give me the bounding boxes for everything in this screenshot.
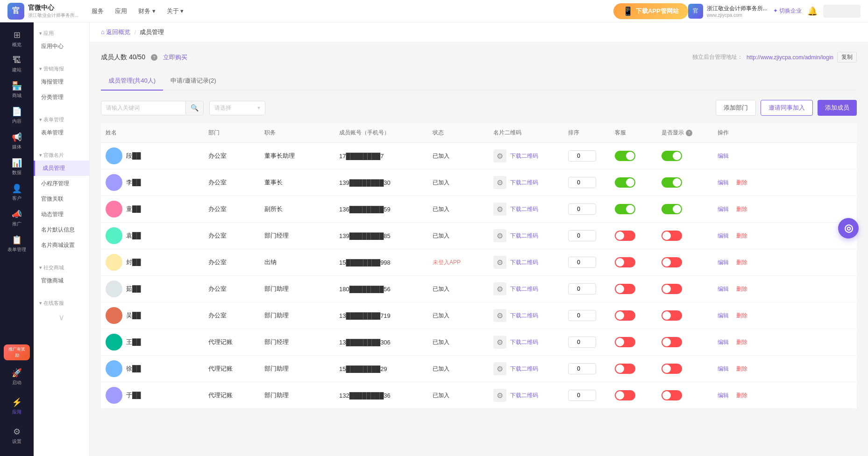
download-qr-link[interactable]: 下载二维码 bbox=[510, 232, 538, 240]
count-help-icon[interactable]: ? bbox=[151, 54, 157, 61]
download-qr-link[interactable]: 下载二维码 bbox=[510, 312, 538, 320]
sidebar-item-customer[interactable]: 👤 客户 bbox=[0, 180, 34, 205]
rank-input[interactable] bbox=[568, 150, 596, 161]
download-qr-link[interactable]: 下载二维码 bbox=[510, 259, 538, 267]
display-toggle[interactable] bbox=[662, 257, 682, 267]
download-qr-link[interactable]: 下载二维码 bbox=[510, 205, 538, 213]
sidebar-item-content[interactable]: 📄 内容 bbox=[0, 103, 34, 128]
sidebar-item-card-shop[interactable]: 名片商城设置 bbox=[34, 238, 89, 253]
sidebar-item-miniprogram[interactable]: 小程序管理 bbox=[34, 176, 89, 191]
edit-button[interactable]: 编辑 bbox=[718, 312, 729, 320]
rank-input[interactable] bbox=[568, 310, 596, 321]
rank-input[interactable] bbox=[568, 337, 596, 348]
download-qr-link[interactable]: 下载二维码 bbox=[510, 285, 538, 293]
section-forms-title[interactable]: ▾ 表单管理 bbox=[34, 112, 89, 125]
rank-input[interactable] bbox=[568, 230, 596, 241]
sidebar-item-media[interactable]: 📢 媒体 bbox=[0, 128, 34, 154]
customer-service-toggle[interactable] bbox=[615, 231, 635, 241]
download-qr-link[interactable]: 下载二维码 bbox=[510, 392, 538, 400]
download-qr-link[interactable]: 下载二维码 bbox=[510, 179, 538, 187]
display-toggle[interactable] bbox=[662, 177, 682, 188]
menu-item-apps[interactable]: 应用 bbox=[115, 7, 127, 15]
display-toggle[interactable] bbox=[662, 390, 682, 400]
customer-service-toggle[interactable] bbox=[615, 310, 635, 321]
breadcrumb-home[interactable]: ⌂ 返回概览 bbox=[101, 28, 130, 36]
edit-button[interactable]: 编辑 bbox=[718, 285, 729, 293]
sidebar-item-forms[interactable]: 📋 表单管理 bbox=[0, 231, 34, 257]
delete-button[interactable]: 删除 bbox=[736, 179, 747, 187]
edit-button[interactable]: 编辑 bbox=[718, 259, 729, 267]
section-social-shop-title[interactable]: ▾ 社交商城 bbox=[34, 260, 89, 273]
dept-select[interactable]: 请选择 ▾ bbox=[209, 101, 265, 115]
customer-service-toggle[interactable] bbox=[615, 284, 635, 294]
display-help-icon[interactable]: ? bbox=[686, 130, 692, 136]
display-toggle[interactable] bbox=[662, 310, 682, 321]
sidebar-item-form-manage[interactable]: 表单管理 bbox=[34, 125, 89, 140]
delete-button[interactable]: 删除 bbox=[736, 285, 747, 293]
sidebar-item-dynamic[interactable]: 动态管理 bbox=[34, 207, 89, 222]
rank-input[interactable] bbox=[568, 283, 596, 295]
download-qr-link[interactable]: 下载二维码 bbox=[510, 338, 538, 346]
delete-button[interactable]: 删除 bbox=[736, 338, 747, 346]
rank-input[interactable] bbox=[568, 177, 596, 188]
display-toggle[interactable] bbox=[662, 284, 682, 294]
search-input[interactable] bbox=[101, 102, 185, 114]
display-toggle[interactable] bbox=[662, 231, 682, 241]
edit-button[interactable]: 编辑 bbox=[718, 232, 729, 240]
delete-button[interactable]: 删除 bbox=[736, 392, 747, 400]
customer-service-toggle[interactable] bbox=[615, 337, 635, 347]
download-qr-link[interactable]: 下载二维码 bbox=[510, 365, 538, 373]
rank-input[interactable] bbox=[568, 363, 596, 374]
float-button[interactable]: ◎ bbox=[838, 218, 859, 239]
switch-company-btn[interactable]: ✦ 切换企业 bbox=[773, 7, 802, 15]
sidebar-item-promote[interactable]: 📣 推广 bbox=[0, 205, 34, 231]
section-card-title[interactable]: ▾ 官微名片 bbox=[34, 148, 89, 161]
buy-button[interactable]: 立即购买 bbox=[163, 53, 187, 62]
menu-item-service[interactable]: 服务 bbox=[92, 7, 104, 15]
search-button[interactable]: 🔍 bbox=[185, 101, 203, 114]
customer-service-toggle[interactable] bbox=[615, 364, 635, 374]
sidebar-item-app-center[interactable]: 应用中心 bbox=[34, 39, 89, 54]
customer-service-toggle[interactable] bbox=[615, 151, 635, 161]
sidebar-item-data[interactable]: 📊 数据 bbox=[0, 154, 34, 180]
menu-item-finance[interactable]: 财务 ▾ bbox=[138, 7, 156, 15]
rank-input[interactable] bbox=[568, 390, 596, 401]
delete-button[interactable]: 删除 bbox=[736, 205, 747, 213]
sidebar-item-category[interactable]: 分类管理 bbox=[34, 90, 89, 105]
display-toggle[interactable] bbox=[662, 204, 682, 214]
sidebar-item-launch[interactable]: 🚀 启动 bbox=[4, 364, 30, 390]
display-toggle[interactable] bbox=[662, 337, 682, 347]
edit-button[interactable]: 编辑 bbox=[718, 205, 729, 213]
user-avatar[interactable] bbox=[823, 5, 861, 18]
download-qr-link[interactable]: 下载二维码 bbox=[510, 152, 538, 160]
customer-service-toggle[interactable] bbox=[615, 204, 635, 214]
copy-button[interactable]: 复制 bbox=[837, 52, 857, 63]
add-dept-button[interactable]: 添加部门 bbox=[716, 100, 756, 116]
sidebar-item-overview[interactable]: ⊞ 概览 bbox=[0, 26, 34, 52]
edit-button[interactable]: 编辑 bbox=[718, 365, 729, 373]
sidebar-item-member-manage[interactable]: 成员管理 bbox=[34, 161, 89, 176]
top-nav-banner[interactable]: 📱 下载APP管网站 bbox=[613, 3, 688, 19]
display-toggle[interactable] bbox=[662, 151, 682, 161]
section-online-service-title[interactable]: ▾ 在线客服 bbox=[34, 296, 89, 309]
rank-input[interactable] bbox=[568, 203, 596, 215]
section-marketing-title[interactable]: ▾ 营销海报 bbox=[34, 62, 89, 74]
sidebar-item-build[interactable]: 🏗 建站 bbox=[0, 52, 34, 77]
menu-item-about[interactable]: 关于 ▾ bbox=[167, 7, 184, 15]
edit-button[interactable]: 编辑 bbox=[718, 179, 729, 187]
tab-invite-records[interactable]: 申请/邀请记录(2) bbox=[163, 72, 224, 90]
sidebar-item-shop[interactable]: 🏪 商城 bbox=[0, 77, 34, 103]
rank-input[interactable] bbox=[568, 257, 596, 268]
customer-service-toggle[interactable] bbox=[615, 177, 635, 188]
customer-service-toggle[interactable] bbox=[615, 257, 635, 267]
section-apps-title[interactable]: ▾ 应用 bbox=[34, 26, 89, 39]
add-member-button[interactable]: 添加成员 bbox=[818, 100, 857, 116]
customer-service-toggle[interactable] bbox=[615, 390, 635, 400]
section-online-service-expand[interactable]: ∨ bbox=[34, 309, 89, 326]
bell-icon[interactable]: 🔔 bbox=[807, 6, 818, 16]
tab-member-manage[interactable]: 成员管理(共40人) bbox=[101, 72, 163, 90]
sidebar-item-apps-active[interactable]: ⚡ 应用 bbox=[4, 393, 30, 419]
promo-badge[interactable]: 推广有奖励 bbox=[4, 344, 30, 360]
invite-button[interactable]: 邀请同事加入 bbox=[761, 100, 813, 116]
sidebar-item-weixin-link[interactable]: 官微关联 bbox=[34, 191, 89, 207]
